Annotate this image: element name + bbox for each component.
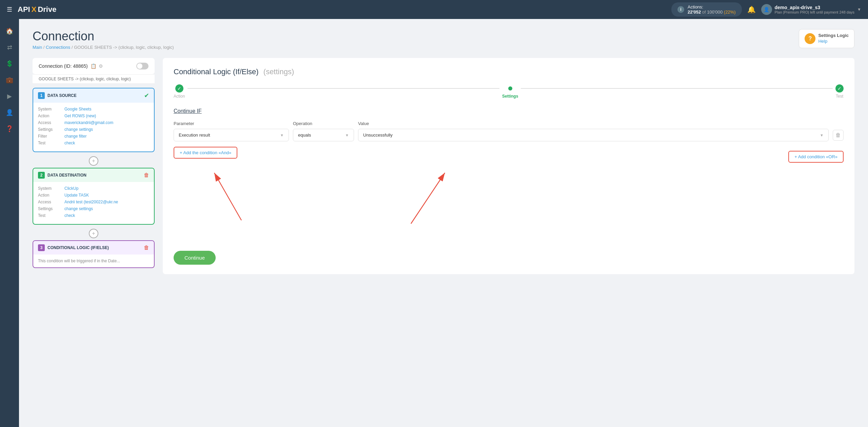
block2-rows: System ClickUp Action Update TASK Access… [33,182,154,224]
sidebar-item-connections[interactable]: ⇄ [3,41,16,54]
step-settings-label: Settings [502,94,518,99]
add-and-button[interactable]: + Add the condition «And» [174,147,237,159]
param-dropdown-chevron-icon: ▼ [280,133,284,137]
val-dropdown[interactable]: Unsuccessfully ▼ [358,129,829,141]
sidebar-item-profile[interactable]: 👤 [3,106,16,119]
block1-rows: System Google Sheets Action Get ROWS (ne… [33,103,154,151]
block3-delete-icon[interactable]: 🗑 [144,245,149,251]
block2-row-action: Action Update TASK [38,193,149,198]
step-line-2 [521,88,833,89]
logo: API X Drive [18,5,56,14]
notifications-bell[interactable]: 🔔 [747,5,756,14]
step-settings-dot-icon [508,86,512,90]
connection-header-title: Connection (ID: 48865) 📋 ⚙ [39,63,103,69]
val-dropdown-chevron-icon: ▼ [820,133,824,137]
continue-button[interactable]: Continue [174,251,216,265]
op-label: Operation [293,121,354,126]
main-layout: 🏠 ⇄ 💲 💼 ▶ 👤 ❓ Connection Main / Connecti… [0,19,868,427]
block1-row-filter: Filter change filter [38,134,149,139]
block2-header-left: 2 DATA DESTINATION [38,172,86,179]
info-icon: i [677,6,684,13]
step-line-1 [188,88,499,89]
add-between-2-3[interactable]: + [89,229,98,238]
step-test: ✓ Test [835,84,844,99]
condition-row-1: Execution result ▼ equals ▼ Unsuccessful… [174,129,844,141]
block1-container: 1 DATA SOURCE ✔ System Google Sheets [33,88,155,152]
block1-header: 1 DATA SOURCE ✔ [33,88,154,103]
step-action: ✓ Action [174,84,185,99]
topnav: ☰ API X Drive i Actions: 22'052 of 100'0… [0,0,868,19]
block3-header: 3 CONDITIONAL LOGIC (IF/ELSE) 🗑 [33,241,154,255]
op-dropdown-chevron-icon: ▼ [345,133,349,137]
block2-card: 2 DATA DESTINATION 🗑 System ClickUp [33,168,155,225]
block1-row-settings: Settings change settings [38,127,149,132]
actions-box: i Actions: 22'052 of 100'000 (22%) [671,2,742,17]
sidebar: 🏠 ⇄ 💲 💼 ▶ 👤 ❓ [0,19,19,427]
logic-card-title: Conditional Logic (If/Else) (settings) [174,67,844,76]
block3-rows: This condition will be triggered if in t… [33,255,154,267]
continue-if-label: Continue IF [174,108,844,114]
help-btn-text: Settings Logic Help [818,33,849,44]
condition-actions-row: + Add the condition «And» + Add conditio… [174,147,844,167]
block1-title: DATA SOURCE [47,93,77,98]
block1-row-access: Access maverickandrii@gmail.com [38,120,149,125]
steps-bar: ✓ Action Settings ✓ Test [174,84,844,99]
connection-subtitle: GOOGLE SHEETS -> (clickup, logic, clicku… [33,75,155,84]
left-panel: Connection (ID: 48865) 📋 ⚙ GOOGLE SHEETS… [33,58,155,274]
block3-title: CONDITIONAL LOGIC (IF/ELSE) [47,245,109,250]
block1-num: 1 [38,92,45,99]
help-button[interactable]: ? Settings Logic Help [799,29,854,48]
connection-toggle[interactable] [136,63,149,69]
page-header: Connection Main / Connections / GOOGLE S… [33,29,854,50]
add-between-1-2[interactable]: + [89,156,98,166]
condition-labels: Parameter Operation Value [174,121,844,126]
sidebar-item-help[interactable]: ❓ [3,122,16,136]
block2-title: DATA DESTINATION [47,173,86,178]
user-section[interactable]: 👤 demo_apix-drive_s3 Plan |Premium PRO| … [761,4,862,15]
step-action-label: Action [174,94,185,99]
block3-card: 3 CONDITIONAL LOGIC (IF/ELSE) 🗑 This con… [33,240,155,268]
breadcrumb-main[interactable]: Main [33,45,42,50]
logo-drive: Drive [38,5,56,14]
sidebar-item-billing[interactable]: 💲 [3,57,16,70]
page-title: Connection [33,29,174,43]
avatar: 👤 [761,4,772,15]
block3-subtitle: This condition will be triggered if in t… [38,259,149,263]
op-dropdown[interactable]: equals ▼ [293,129,354,141]
block1-row-test: Test check [38,141,149,145]
sidebar-item-video[interactable]: ▶ [3,89,16,103]
add-or-button[interactable]: + Add condition «OR» [788,151,844,163]
step-test-check-icon: ✓ [835,84,844,93]
connection-header: Connection (ID: 48865) 📋 ⚙ [33,58,155,75]
arrows-svg [174,169,844,237]
svg-line-2 [214,173,241,220]
breadcrumb-connections[interactable]: Connections [46,45,70,50]
content-area: Connection Main / Connections / GOOGLE S… [19,19,868,427]
sidebar-item-work[interactable]: 💼 [3,73,16,87]
copy-icon[interactable]: 📋 [91,63,96,69]
block1-check-icon: ✔ [144,92,149,99]
block3-num: 3 [38,244,45,251]
settings-icon[interactable]: ⚙ [99,63,103,69]
block2-header: 2 DATA DESTINATION 🗑 [33,168,154,182]
step-settings: Settings [502,84,518,99]
sidebar-item-home[interactable]: 🏠 [3,24,16,38]
user-chevron-down-icon[interactable]: ▼ [857,7,861,12]
block2-delete-icon[interactable]: 🗑 [144,172,149,178]
user-info: demo_apix-drive_s3 Plan |Premium PRO| le… [775,5,855,14]
right-panel: Conditional Logic (If/Else) (settings) ✓… [163,58,854,274]
actions-text: Actions: 22'052 of 100'000 (22%) [688,4,736,15]
logic-card: Conditional Logic (If/Else) (settings) ✓… [163,58,854,274]
param-dropdown[interactable]: Execution result ▼ [174,129,289,141]
breadcrumb: Main / Connections / GOOGLE SHEETS -> (c… [33,45,174,50]
logo-api: API [18,5,30,14]
condition-delete-button[interactable]: 🗑 [833,130,844,141]
param-label: Parameter [174,121,289,126]
block1-header-left: 1 DATA SOURCE [38,92,77,99]
block1-card: 1 DATA SOURCE ✔ System Google Sheets [33,88,155,152]
block2-row-test: Test check [38,213,149,218]
block3-header-left: 3 CONDITIONAL LOGIC (IF/ELSE) [38,244,109,251]
hamburger-menu[interactable]: ☰ [7,6,12,13]
block3-container: 3 CONDITIONAL LOGIC (IF/ELSE) 🗑 This con… [33,240,155,268]
arrows-container [174,169,844,237]
